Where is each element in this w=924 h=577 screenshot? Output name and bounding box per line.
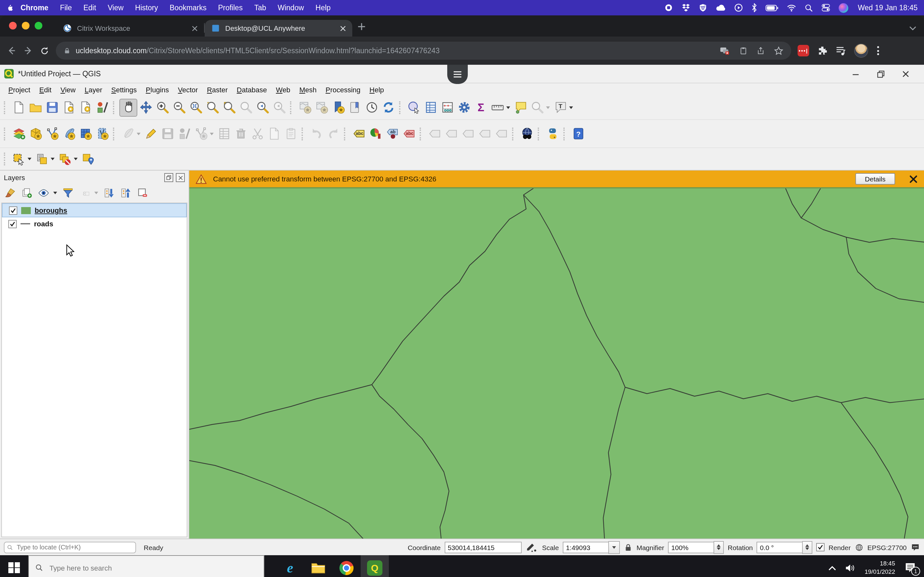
siri-icon[interactable] — [838, 3, 848, 13]
qgis-menu-processing[interactable]: Processing — [321, 85, 365, 93]
tab-search-chevron-icon[interactable] — [909, 22, 916, 33]
apple-icon[interactable] — [6, 3, 15, 13]
qgis-menu-view[interactable]: View — [56, 85, 80, 93]
screen-record-icon[interactable] — [664, 3, 673, 12]
menu-file[interactable]: File — [60, 4, 72, 11]
taskbar-file-explorer[interactable] — [304, 555, 333, 577]
zoom-full-button[interactable] — [187, 99, 204, 116]
temporal-controller-button[interactable] — [363, 99, 380, 116]
restore-icon[interactable] — [877, 69, 885, 78]
map-canvas[interactable]: Cannot use preferred transform between E… — [189, 171, 924, 538]
new-virtual-layer-button[interactable] — [77, 125, 94, 142]
bluetooth-icon[interactable] — [751, 3, 757, 12]
data-source-manager-button[interactable] — [10, 125, 27, 142]
layer-diagram-button[interactable] — [367, 125, 384, 142]
open-attribute-table-button[interactable] — [422, 99, 439, 116]
new-spatialite-layer-button[interactable] — [60, 125, 77, 142]
taskbar-qgis[interactable]: Q — [360, 555, 389, 577]
zoom-out-button[interactable] — [171, 99, 187, 116]
pin-labels-button[interactable]: ab — [384, 125, 401, 142]
dismiss-warning-icon[interactable] — [909, 175, 918, 183]
new-print-layout-button[interactable] — [60, 99, 77, 116]
rotation-spin-buttons[interactable] — [803, 541, 813, 554]
antivirus-shield-icon[interactable] — [699, 3, 707, 12]
help-button[interactable]: ? — [570, 125, 586, 142]
new-map-view-button[interactable] — [296, 99, 313, 116]
magnifier-input[interactable] — [668, 542, 714, 553]
fullscreen-window-button[interactable] — [35, 22, 42, 29]
media-queue-icon[interactable] — [835, 46, 846, 55]
scale-input[interactable] — [563, 542, 608, 553]
map-themes-dropdown[interactable] — [53, 192, 57, 194]
remove-layer-button[interactable] — [135, 185, 150, 201]
address-bar[interactable]: ucldesktop.cloud.com/Citrix/StoreWeb/cli… — [56, 42, 791, 60]
new-3d-map-view-button[interactable] — [313, 99, 330, 116]
metasearch-button[interactable] — [519, 125, 535, 142]
scale-combo[interactable] — [563, 541, 620, 554]
locator-box[interactable] — [4, 542, 136, 553]
show-statistics-button[interactable]: Σ — [472, 99, 489, 116]
taskbar-search[interactable] — [28, 555, 264, 577]
new-spatial-bookmark-button[interactable] — [330, 99, 347, 116]
back-button[interactable] — [6, 45, 17, 56]
new-project-button[interactable] — [10, 99, 27, 116]
taskbar-search-input[interactable] — [48, 563, 257, 572]
highlight-pinned-labels-button[interactable]: abc — [401, 125, 417, 142]
menu-bookmarks[interactable]: Bookmarks — [170, 4, 207, 11]
profile-avatar[interactable] — [854, 44, 868, 58]
cloud-icon[interactable] — [716, 4, 726, 11]
toggle-extents-icon[interactable] — [525, 541, 538, 554]
battery-icon[interactable] — [766, 4, 779, 11]
identify-features-button[interactable] — [405, 99, 422, 116]
minimize-icon[interactable] — [851, 69, 860, 78]
qgis-menu-edit[interactable]: Edit — [35, 85, 56, 93]
open-project-button[interactable] — [27, 99, 44, 116]
layer-checkbox[interactable] — [9, 206, 17, 214]
layer-row-boroughs[interactable]: boroughs — [2, 203, 187, 218]
crs-status[interactable]: EPSG:27700 — [867, 543, 907, 551]
wifi-icon[interactable] — [787, 4, 796, 11]
qgis-menu-mesh[interactable]: Mesh — [295, 85, 321, 93]
processing-toolbox-button[interactable] — [456, 99, 472, 116]
control-center-icon[interactable] — [821, 3, 830, 12]
qgis-menu-web[interactable]: Web — [271, 85, 295, 93]
menu-window[interactable]: Window — [278, 4, 304, 11]
lock-scale-icon[interactable] — [624, 543, 633, 552]
text-annotation-dropdown[interactable] — [569, 106, 573, 109]
close-icon[interactable] — [901, 69, 910, 78]
menu-chrome[interactable]: Chrome — [21, 4, 48, 11]
tab-desktop-ucl-anywhere[interactable]: Desktop@UCL Anywhere — [205, 20, 352, 37]
new-geopackage-layer-button[interactable] — [27, 125, 44, 142]
open-layer-styling-button[interactable] — [3, 185, 18, 201]
statistical-summary-button[interactable] — [439, 99, 456, 116]
close-panel-icon[interactable] — [176, 173, 185, 182]
tray-chevron-icon[interactable] — [829, 565, 837, 570]
qgis-menu-layer[interactable]: Layer — [80, 85, 107, 93]
tab-close-icon[interactable] — [340, 25, 346, 31]
new-tab-button[interactable] — [357, 22, 366, 33]
details-button[interactable]: Details — [855, 173, 895, 185]
menubar-clock[interactable]: Wed 19 Jan 18:45 — [858, 4, 918, 11]
layout-manager-button[interactable] — [77, 99, 94, 116]
float-panel-icon[interactable] — [164, 173, 173, 182]
password-manager-icon[interactable]: •••| — [798, 45, 809, 56]
collapse-all-button[interactable] — [118, 185, 134, 201]
rotation-spinbox[interactable] — [757, 541, 813, 554]
measure-button[interactable] — [489, 99, 506, 116]
qgis-menu-plugins[interactable]: Plugins — [141, 85, 173, 93]
reload-button[interactable] — [40, 46, 49, 55]
locator-input[interactable] — [15, 543, 133, 551]
save-project-button[interactable] — [44, 99, 60, 116]
notification-center[interactable]: 1 — [904, 562, 916, 573]
qgis-menu-vector[interactable]: Vector — [174, 85, 202, 93]
select-by-location-button[interactable] — [79, 151, 96, 167]
dropbox-icon[interactable] — [682, 3, 690, 12]
play-circle-icon[interactable] — [734, 3, 743, 12]
chrome-menu-icon[interactable] — [876, 45, 880, 56]
layer-row-roads[interactable]: roads — [2, 218, 187, 230]
filter-legend-button[interactable] — [60, 185, 76, 201]
show-bookmarks-button[interactable] — [347, 99, 363, 116]
refresh-map-button[interactable] — [380, 99, 397, 116]
menu-history[interactable]: History — [135, 4, 158, 11]
new-shapefile-layer-button[interactable] — [44, 125, 60, 142]
